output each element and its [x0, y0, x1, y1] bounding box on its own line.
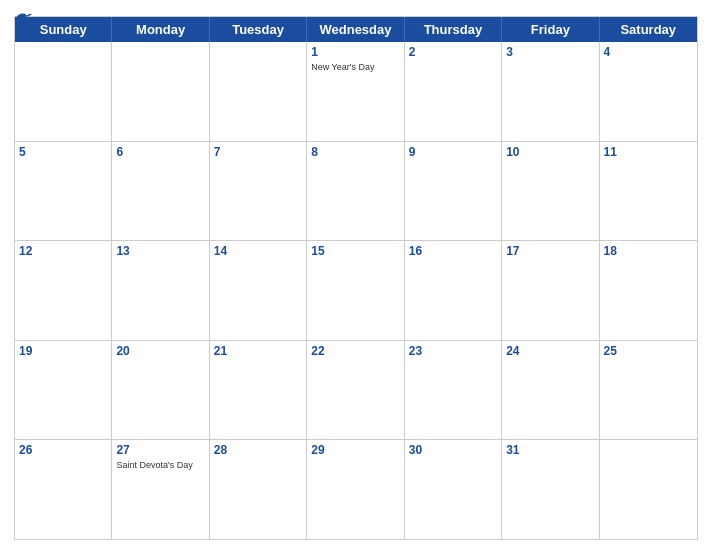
day-header-wednesday: Wednesday [307, 17, 404, 42]
day-cell: 21 [210, 341, 307, 440]
day-cell: 7 [210, 142, 307, 241]
day-header-tuesday: Tuesday [210, 17, 307, 42]
day-number: 19 [19, 343, 107, 360]
day-number: 24 [506, 343, 594, 360]
day-cell: 17 [502, 241, 599, 340]
day-cell: 26 [15, 440, 112, 539]
day-number: 28 [214, 442, 302, 459]
day-number: 3 [506, 44, 594, 61]
day-cell: 6 [112, 142, 209, 241]
day-cell: 3 [502, 42, 599, 141]
day-number: 15 [311, 243, 399, 260]
day-number: 7 [214, 144, 302, 161]
day-cell: 15 [307, 241, 404, 340]
day-number: 6 [116, 144, 204, 161]
day-headers: SundayMondayTuesdayWednesdayThursdayFrid… [15, 17, 697, 42]
week-row-2: 12131415161718 [15, 241, 697, 341]
day-cell: 1New Year's Day [307, 42, 404, 141]
day-cell: 27Saint Devota's Day [112, 440, 209, 539]
day-number: 10 [506, 144, 594, 161]
day-header-thursday: Thursday [405, 17, 502, 42]
day-cell: 5 [15, 142, 112, 241]
holiday-name: New Year's Day [311, 62, 399, 74]
day-number: 22 [311, 343, 399, 360]
day-cell: 19 [15, 341, 112, 440]
day-number: 20 [116, 343, 204, 360]
day-number: 1 [311, 44, 399, 61]
week-row-3: 19202122232425 [15, 341, 697, 441]
day-cell [600, 440, 697, 539]
calendar: SundayMondayTuesdayWednesdayThursdayFrid… [14, 16, 698, 540]
day-number: 4 [604, 44, 693, 61]
day-cell: 11 [600, 142, 697, 241]
logo-bird-icon [14, 10, 32, 26]
day-number: 25 [604, 343, 693, 360]
day-cell: 8 [307, 142, 404, 241]
logo-blue-container [14, 10, 34, 26]
day-header-monday: Monday [112, 17, 209, 42]
day-cell [112, 42, 209, 141]
day-number: 5 [19, 144, 107, 161]
day-number: 26 [19, 442, 107, 459]
day-number: 31 [506, 442, 594, 459]
day-cell: 18 [600, 241, 697, 340]
day-cell: 22 [307, 341, 404, 440]
page: SundayMondayTuesdayWednesdayThursdayFrid… [0, 0, 712, 550]
weeks-container: 1New Year's Day2345678910111213141516171… [15, 42, 697, 539]
day-number: 18 [604, 243, 693, 260]
day-cell [15, 42, 112, 141]
day-number: 11 [604, 144, 693, 161]
day-number: 2 [409, 44, 497, 61]
day-cell: 30 [405, 440, 502, 539]
day-cell [210, 42, 307, 141]
day-cell: 25 [600, 341, 697, 440]
day-cell: 23 [405, 341, 502, 440]
holiday-name: Saint Devota's Day [116, 460, 204, 472]
day-cell: 20 [112, 341, 209, 440]
week-row-0: 1New Year's Day234 [15, 42, 697, 142]
day-cell: 13 [112, 241, 209, 340]
day-number: 27 [116, 442, 204, 459]
day-cell: 2 [405, 42, 502, 141]
day-cell: 9 [405, 142, 502, 241]
week-row-1: 567891011 [15, 142, 697, 242]
day-number: 16 [409, 243, 497, 260]
day-cell: 29 [307, 440, 404, 539]
day-number: 17 [506, 243, 594, 260]
day-cell: 4 [600, 42, 697, 141]
day-cell: 14 [210, 241, 307, 340]
day-number: 21 [214, 343, 302, 360]
day-cell: 31 [502, 440, 599, 539]
day-number: 8 [311, 144, 399, 161]
day-header-friday: Friday [502, 17, 599, 42]
day-number: 12 [19, 243, 107, 260]
week-row-4: 2627Saint Devota's Day28293031 [15, 440, 697, 539]
day-header-saturday: Saturday [600, 17, 697, 42]
day-cell: 24 [502, 341, 599, 440]
day-cell: 10 [502, 142, 599, 241]
day-number: 9 [409, 144, 497, 161]
day-number: 13 [116, 243, 204, 260]
day-cell: 12 [15, 241, 112, 340]
day-number: 29 [311, 442, 399, 459]
day-cell: 16 [405, 241, 502, 340]
day-number: 14 [214, 243, 302, 260]
day-number: 30 [409, 442, 497, 459]
logo [14, 10, 34, 26]
day-number: 23 [409, 343, 497, 360]
day-cell: 28 [210, 440, 307, 539]
